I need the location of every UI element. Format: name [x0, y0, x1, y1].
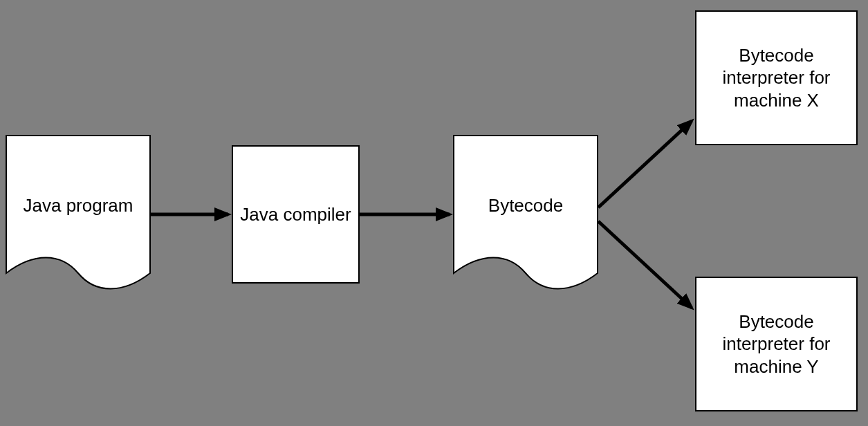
node-java-compiler-label: Java compiler [240, 203, 351, 226]
node-bytecode-label: Bytecode [488, 194, 563, 231]
node-interpreter-y-label: Bytecode interpreter for machine Y [696, 311, 856, 378]
node-interpreter-y: Bytecode interpreter for machine Y [695, 277, 858, 411]
arrow-bytecode-to-x [598, 121, 692, 207]
node-interpreter-x: Bytecode interpreter for machine X [695, 10, 858, 145]
node-java-compiler: Java compiler [232, 145, 360, 284]
node-java-program: Java program [6, 135, 151, 290]
node-java-program-label: Java program [24, 194, 133, 231]
node-bytecode: Bytecode [453, 135, 598, 290]
arrow-bytecode-to-y [598, 221, 692, 308]
node-interpreter-x-label: Bytecode interpreter for machine X [696, 44, 856, 112]
